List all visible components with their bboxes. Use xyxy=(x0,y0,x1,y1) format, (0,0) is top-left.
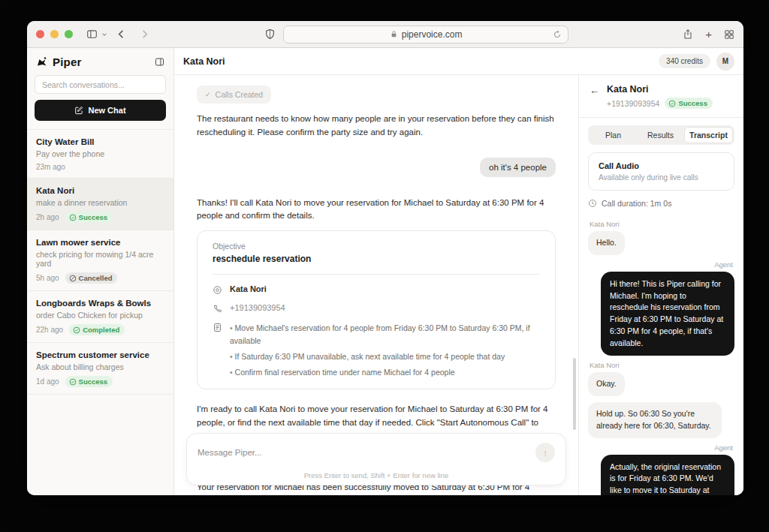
transcript-list: Kata Nori Hello. Agent Hi there! This is… xyxy=(579,208,743,495)
chat-header: Kata Nori 340 credits M xyxy=(174,48,743,75)
sidebar: Piper New Chat City Water Bill Pay over … xyxy=(27,48,174,495)
user-message-bubble: oh it's 4 people xyxy=(480,158,556,177)
conversation-title: City Water Bill xyxy=(36,137,164,146)
list-item-kata-nori[interactable]: Kata Nori make a dinner reservation 2h a… xyxy=(27,179,173,230)
conversation-time: 2h ago xyxy=(36,213,59,221)
new-tab-icon[interactable]: + xyxy=(705,29,712,40)
conversation-title: Spectrum customer service xyxy=(36,350,164,359)
close-window-button[interactable] xyxy=(36,30,44,38)
compose-icon xyxy=(74,106,83,115)
new-chat-label: New Chat xyxy=(88,106,125,115)
speaker-label: Kata Nori xyxy=(590,361,733,369)
conversation-subtitle: check pricing for mowing 1/4 acre yard xyxy=(36,250,164,268)
speaker-label: Agent xyxy=(590,260,733,269)
collapse-sidebar-icon[interactable] xyxy=(155,57,164,67)
clock-icon xyxy=(588,199,597,208)
traffic-lights xyxy=(36,30,73,38)
target-icon xyxy=(213,285,222,295)
objective-card: Objective reschedule reservation Kata No… xyxy=(197,230,556,389)
minimize-window-button[interactable] xyxy=(50,30,59,38)
chat-scrollbar[interactable] xyxy=(573,358,576,430)
conversation-time: 5h ago xyxy=(36,274,59,282)
browser-window: pipervoice.com + Piper xyxy=(27,21,743,495)
agent-bubble: Actually, the original reservation is fo… xyxy=(601,455,734,496)
objective-title: reschedule reservation xyxy=(213,254,540,264)
check-icon: ✓ xyxy=(205,91,211,98)
speaker-label: Agent xyxy=(590,443,733,452)
avatar[interactable]: M xyxy=(716,53,734,71)
conversation-time: 1d ago xyxy=(36,377,59,386)
message-list: ✓ Calls Created The restaurant needs to … xyxy=(174,75,578,495)
tab-overview-icon[interactable] xyxy=(724,29,734,40)
call-audio-subtitle: Available only during live calls xyxy=(599,173,724,182)
back-icon[interactable] xyxy=(116,29,127,40)
piper-logo-icon xyxy=(36,56,49,68)
conversation-time: 23m ago xyxy=(36,163,65,171)
brand-name: Piper xyxy=(53,56,82,68)
caller-bubble: Hold up. So 06:30 So you're already here… xyxy=(588,402,722,438)
check-circle-icon xyxy=(69,378,77,386)
message-input[interactable] xyxy=(198,448,528,457)
status-badge: Success xyxy=(65,376,113,387)
note-item: If Saturday 6:30 PM unavailable, ask nex… xyxy=(230,350,540,363)
speaker-label: Kata Nori xyxy=(590,220,733,228)
objective-notes: Move Michael's reservation for 4 people … xyxy=(230,322,540,378)
tab-results[interactable]: Results xyxy=(637,127,684,143)
share-icon[interactable] xyxy=(683,29,693,40)
document-icon xyxy=(213,323,222,332)
conversation-subtitle: Pay over the phone xyxy=(36,149,164,158)
conversation-subtitle: make a dinner reservation xyxy=(36,198,164,207)
status-badge: Success xyxy=(65,212,113,223)
assistant-message: Thanks! I'll call Kata Nori to move your… xyxy=(197,197,556,224)
note-item: Move Michael's reservation for 4 people … xyxy=(230,322,540,347)
call-audio-card: Call Audio Available only during live ca… xyxy=(588,152,734,191)
list-item-lawn-mower-service[interactable]: Lawn mower service check pricing for mow… xyxy=(27,230,173,291)
browser-sidebar-toggle-icon[interactable] xyxy=(86,29,98,40)
back-icon[interactable]: ← xyxy=(590,85,599,109)
forward-icon[interactable] xyxy=(139,29,150,40)
caller-bubble: Okay. xyxy=(588,372,625,396)
send-arrow-icon: ↑ xyxy=(543,447,548,458)
list-item-city-water-bill[interactable]: City Water Bill Pay over the phone 23m a… xyxy=(27,130,173,179)
reload-icon[interactable] xyxy=(553,30,562,39)
url-bar[interactable]: pipervoice.com xyxy=(283,26,568,44)
lock-icon xyxy=(390,30,398,38)
list-item-longboards[interactable]: Longboards Wraps & Bowls order Cabo Chic… xyxy=(27,291,173,343)
check-circle-icon xyxy=(73,326,80,334)
calls-created-chip: ✓ Calls Created xyxy=(197,86,271,104)
chevron-down-icon[interactable] xyxy=(101,31,108,38)
status-badge: Completed xyxy=(69,324,125,335)
call-audio-title: Call Audio xyxy=(599,161,724,170)
call-duration: Call duration: 1m 0s xyxy=(588,199,734,208)
send-button[interactable]: ↑ xyxy=(535,443,555,462)
conversation-title: Kata Nori xyxy=(36,186,164,195)
credits-badge: 340 credits xyxy=(659,54,710,68)
chat-column: ✓ Calls Created The restaurant needs to … xyxy=(174,75,578,495)
new-chat-button[interactable]: New Chat xyxy=(35,100,166,121)
status-badge: Success xyxy=(665,98,713,109)
panel-contact-phone: +19139093954 xyxy=(607,99,659,108)
zoom-window-button[interactable] xyxy=(65,30,73,38)
brand: Piper xyxy=(36,56,82,68)
caller-bubble: Hello. xyxy=(588,231,625,255)
conversation-time: 22h ago xyxy=(36,326,63,334)
conversation-title: Longboards Wraps & Bowls xyxy=(36,299,164,308)
slash-circle-icon xyxy=(69,275,77,282)
tab-transcript[interactable]: Transcript xyxy=(684,127,733,143)
shield-icon[interactable] xyxy=(264,29,276,40)
search-input[interactable] xyxy=(35,75,166,94)
note-item: Confirm final reservation time under nam… xyxy=(230,366,540,379)
composer-hint: Press Enter to send, Shift + Enter for n… xyxy=(198,471,555,479)
tab-plan[interactable]: Plan xyxy=(590,127,637,143)
assistant-message: The restaurant needs to know how many pe… xyxy=(197,113,556,140)
check-circle-icon xyxy=(668,100,676,107)
phone-icon xyxy=(213,304,222,314)
conversation-subtitle: order Cabo Chicken for pickup xyxy=(36,311,164,320)
call-panel: ← Kata Nori +19139093954 Success xyxy=(578,75,743,495)
conversation-list: City Water Bill Pay over the phone 23m a… xyxy=(27,129,173,495)
check-circle-icon xyxy=(69,214,77,221)
conversation-subtitle: Ask about billing charges xyxy=(36,362,164,371)
agent-bubble: Hi there! This is Piper calling for Mich… xyxy=(601,272,734,356)
list-item-spectrum[interactable]: Spectrum customer service Ask about bill… xyxy=(27,343,173,395)
status-badge: Cancelled xyxy=(65,272,118,284)
